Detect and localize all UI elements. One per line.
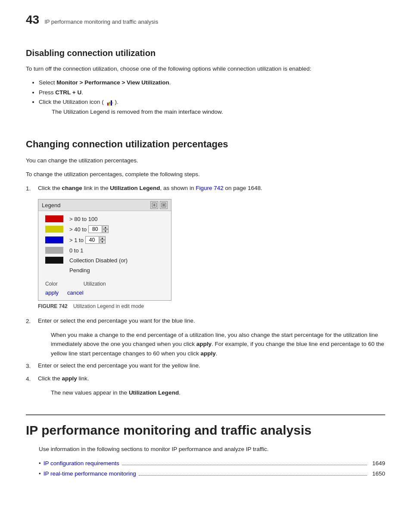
swatch-black [45,257,63,264]
legend-box: Legend [38,199,171,301]
disabling-heading: Disabling connection utilization [26,48,385,58]
bullet-monitor: Select Monitor > Performance > View Util… [39,78,385,88]
utilization-legend-bold: Utilization Legend [129,389,179,396]
svg-rect-8 [162,204,165,206]
apply-link[interactable]: apply [45,289,59,296]
step-1: 1. Click the change link in the Utilizat… [26,184,385,193]
yellow-spinner-down[interactable]: ▼ [103,229,109,233]
legend-icon-btn-1[interactable] [150,201,158,209]
apply-bold-2: apply [200,350,215,357]
utilization-icon [106,99,114,106]
step-4-num: 4. [26,374,38,384]
toc-dots-2 [139,475,367,476]
legend-text-gray: 0 to 1 [69,247,84,254]
yellow-spinner: ▲ ▼ [103,225,109,233]
legend-text-red: > 80 to 100 [69,216,97,222]
toc-item-2: • IP real-time performance monitoring 16… [39,469,385,479]
legend-input-blue: ▲ ▼ [85,236,106,244]
legend-text-pending: Pending [69,267,90,274]
apply-bold-3: apply [62,375,77,382]
legend-input-yellow: ▲ ▼ [88,225,109,233]
chapter-title-header: IP performance monitoring and traffic an… [44,19,158,25]
yellow-input[interactable] [88,225,102,233]
toc-item-1: • IP configuration requirements 1649 [39,458,385,469]
legend-text-black: Collection Disabled (or) [69,257,128,264]
toc-link-1[interactable]: IP configuration requirements [44,458,119,469]
step-4: 4. Click the apply link. [26,374,385,384]
yellow-spinner-up[interactable]: ▲ [103,225,109,229]
icon-note: The Utilization Legend is removed from t… [52,107,385,117]
legend-row-red: > 80 to 100 [45,215,164,222]
chapter-header: 43 IP performance monitoring and traffic… [26,13,385,27]
toc-dots-1 [122,465,367,465]
col-header-utilization: Utilization [84,281,106,287]
legend-icon-buttons [150,201,168,209]
legend-title-bar: Legend [38,199,171,211]
blue-spinner-up[interactable]: ▲ [100,236,106,240]
bullet-ctrl-u: Press CTRL + U. [39,88,385,98]
swatch-gray [45,247,63,254]
step-2-text: Enter or select the end percentage you w… [38,316,195,326]
legend-row-gray: 0 to 1 [45,247,164,254]
disabling-bullets: Select Monitor > Performance > View Util… [39,78,385,118]
changing-para2: To change the utilization percentages, c… [26,170,385,179]
legend-icon-btn-2[interactable] [160,201,168,209]
changing-para1: You can change the utilization percentag… [26,156,385,165]
steps-list: 1. Click the change link in the Utilizat… [26,184,385,193]
step-4-text: Click the apply link. [38,374,89,383]
step-4-note: The new values appear in the Utilization… [51,388,385,398]
step-1-num: 1. [26,184,38,193]
major-section-intro: Use information in the following section… [39,445,385,454]
disabling-intro: To turn off the connection utilization, … [26,64,385,74]
figure-caption: FIGURE 742 Utilization Legend in edit mo… [38,303,385,309]
blue-input[interactable] [85,236,99,244]
bullet-icon: Click the Utilization icon ( ). The Util… [39,97,385,117]
toc-list: • IP configuration requirements 1649 • I… [39,458,385,479]
step-3-num: 3. [26,361,38,371]
legend-text-yellow-pre: > 40 to [69,226,88,233]
legend-row-black: Collection Disabled (or) [45,257,164,264]
swatch-pending [45,267,63,274]
figure-description: Utilization Legend in edit mode [73,303,144,309]
toc-bullet-1: • [39,458,41,469]
blue-spinner-down[interactable]: ▼ [100,240,106,244]
toc-link-2[interactable]: IP real-time performance monitoring [44,469,136,479]
step-2-subtext: When you make a change to the end percen… [51,330,385,358]
utilization-legend-label: Utilization Legend [110,185,160,191]
step-2: 2. Enter or select the end percentage yo… [26,316,385,326]
major-section-heading: IP performance monitoring and traffic an… [26,414,385,438]
toc-page-1: 1649 [370,458,385,469]
legend-row-blue: > 1 to ▲ ▼ [45,236,164,244]
step-3: 3. Enter or select the end percentage yo… [26,361,385,371]
changing-heading: Changing connection utilization percenta… [26,139,385,150]
legend-row-yellow: > 40 to ▲ ▼ [45,225,164,233]
legend-body: > 80 to 100 > 40 to ▲ ▼ > 1 to [38,211,171,280]
chapter-number: 43 [26,13,39,27]
change-link-label: change [62,185,82,191]
legend-footer: apply cancel [38,289,171,300]
cancel-link[interactable]: cancel [67,289,84,296]
step-3-text: Enter or select the end percentage you w… [38,361,200,370]
step-1-text: Click the change link in the Utilization… [38,184,262,193]
legend-text-blue-pre: > 1 to [69,237,85,243]
legend-title-text: Legend [42,202,60,208]
toc-page-2: 1650 [370,469,385,479]
swatch-yellow [45,226,63,233]
page-container: 43 IP performance monitoring and traffic… [0,0,411,532]
swatch-red [45,215,63,222]
figure-label: FIGURE 742 [38,303,68,309]
svg-rect-0 [107,103,109,106]
blue-spinner: ▲ ▼ [100,236,106,244]
svg-rect-1 [109,102,110,106]
monitor-menu-path: Monitor > Performance > View Utilization [56,79,169,86]
toc-bullet-2: • [39,469,41,479]
legend-row-pending: Pending [45,267,164,274]
swatch-blue [45,236,63,243]
steps-2-4: 2. Enter or select the end percentage yo… [26,316,385,326]
step-2-num: 2. [26,316,38,326]
legend-col-headers: Color Utilization [38,280,171,289]
figure-742-link[interactable]: Figure 742 [196,185,224,191]
apply-bold-1: apply [196,341,212,347]
ctrl-u-shortcut: CTRL + U [55,89,81,96]
col-header-color: Color [45,281,58,287]
